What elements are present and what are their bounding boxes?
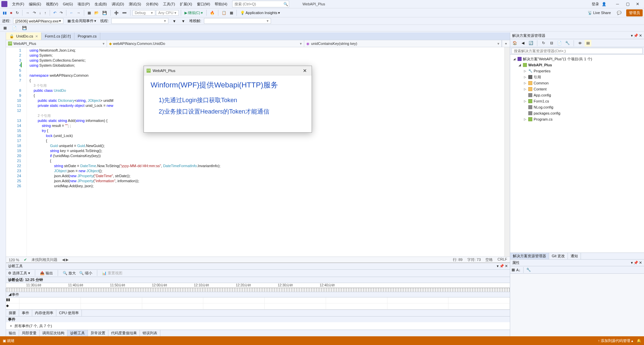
feedback-icon[interactable]: 💬	[615, 10, 623, 16]
insights-button[interactable]: 💡 Application Insights ▾	[239, 10, 281, 16]
bottom-tab[interactable]: 诊断工具	[67, 330, 88, 336]
tool1-button[interactable]: 📋	[220, 10, 228, 16]
nav-arrows[interactable]: ◀ ▶	[62, 258, 68, 262]
tree-arrow-icon[interactable]: ▷	[523, 81, 527, 85]
nav-member[interactable]: ◉ unidContainsKey(string key)▾	[304, 40, 502, 47]
props-dropdown-icon[interactable]: ▾	[631, 261, 633, 265]
solution-tab[interactable]: Git 更改	[549, 253, 568, 259]
config-dropdown[interactable]: Debug▾	[132, 10, 155, 16]
search-icon[interactable]: 🔍	[283, 2, 289, 6]
bottom-tab[interactable]: 调用层次结构	[40, 330, 67, 336]
tree-item[interactable]: ▷▫引用	[510, 74, 644, 80]
tree-arrow-icon[interactable]: ▷	[523, 118, 527, 121]
search-box[interactable]: 🔍	[232, 1, 289, 7]
editor-scrollbar[interactable]	[504, 47, 510, 257]
menu-item[interactable]: 编辑(E)	[27, 1, 43, 8]
zoom-level[interactable]: 120 %	[9, 258, 19, 262]
et1-icon[interactable]: ▦	[2, 25, 8, 31]
maximize-button[interactable]: ▢	[623, 0, 633, 8]
bottom-tab[interactable]: 异常设置	[88, 330, 108, 336]
sol-showall-icon[interactable]: 📄	[556, 40, 563, 47]
filter2-icon[interactable]: ▼	[180, 18, 186, 24]
continue-button[interactable]: ▶ 继续(C) ▾	[183, 9, 204, 16]
tree-item[interactable]: ▷Content	[510, 86, 644, 92]
menu-item[interactable]: 文件(F)	[10, 1, 26, 8]
nav-add-button[interactable]: +	[502, 40, 510, 47]
step-into-button[interactable]: ↓	[38, 10, 43, 16]
zoomin-button[interactable]: 🔍 放大	[63, 271, 76, 276]
menu-item[interactable]: 扩展(X)	[178, 1, 194, 8]
undo-button[interactable]: ↶	[52, 10, 58, 16]
sol-view-icon[interactable]: ▤	[585, 40, 591, 47]
nav-back-button[interactable]: ←	[68, 10, 75, 16]
menu-item[interactable]: 调试(D)	[110, 1, 126, 8]
select-tool-button[interactable]: ⚙ 选择工具 ▾	[8, 271, 30, 276]
editor-tab[interactable]: Form1.cs [设计]	[42, 32, 74, 40]
menu-item[interactable]: 帮助(H)	[213, 1, 229, 8]
tree-arrow-icon[interactable]: ▷	[523, 87, 527, 91]
minimize-button[interactable]: ─	[612, 0, 623, 8]
redo-button[interactable]: ↷	[58, 10, 64, 16]
editor-tab[interactable]: Program.cs	[74, 32, 100, 40]
sol-pin-icon[interactable]: 📌	[634, 33, 638, 38]
login-link[interactable]: 登录	[592, 2, 599, 7]
user-icon[interactable]: 👤	[602, 2, 606, 6]
save-button[interactable]: 💾	[101, 10, 108, 16]
timeline[interactable]: 11:30分钟11:40分钟11:50分钟12:00分钟12:10分钟12:20…	[6, 283, 510, 292]
diag-tab[interactable]: 事件	[19, 310, 32, 316]
reset-view-button[interactable]: 📊 重置视图	[102, 271, 122, 276]
solution-tree[interactable]: ◢解决方案"WebAPI_Plus"(1 个项目/共 1 个)◢WebAPI_P…	[510, 55, 644, 253]
bottom-tab[interactable]: 错误列表	[140, 330, 160, 336]
stack-dropdown[interactable]: ▾	[204, 18, 271, 24]
platform-dropdown[interactable]: Any CPU▾	[156, 10, 179, 16]
menu-item[interactable]: 分析(N)	[144, 1, 160, 8]
nav-class[interactable]: ◆ webAPINancy.Common.UnidDo▾	[107, 40, 305, 47]
search-input[interactable]	[232, 2, 283, 6]
editor-tab[interactable]: 🔒UnidDo.cs✕	[6, 32, 42, 40]
step-over-button[interactable]: ↷	[32, 10, 37, 16]
sol-back-icon[interactable]: ◀	[520, 40, 526, 47]
props-wrench-icon[interactable]: 🔧	[526, 268, 531, 272]
diag-pin-icon[interactable]: 📌	[499, 264, 504, 268]
tree-item[interactable]: ▷Program.cs	[510, 116, 644, 122]
indent-mode[interactable]: 空格	[485, 257, 493, 262]
menu-item[interactable]: Git(G)	[61, 1, 75, 7]
tree-arrow-icon[interactable]: ◢	[512, 57, 516, 61]
props-az-icon[interactable]: A↓	[516, 268, 521, 272]
zoomout-button[interactable]: 🔍 缩小	[79, 271, 92, 276]
bottom-tab[interactable]: 输出	[6, 330, 19, 336]
diag-tab[interactable]: 摘要	[6, 310, 19, 316]
events-track2[interactable]: ◆	[6, 303, 510, 309]
pause-button[interactable]: ▮▮	[1, 10, 8, 16]
tree-item[interactable]: ◢WebAPI_Plus	[510, 62, 644, 68]
tree-item[interactable]: ▷🔧Properties	[510, 68, 644, 74]
new-item-button[interactable]: ▦	[86, 10, 92, 16]
events-track[interactable]: ▮▮	[6, 297, 510, 303]
popup-close-button[interactable]: ✕	[301, 68, 309, 73]
sol-refresh-icon[interactable]: ↻	[540, 40, 547, 47]
tree-arrow-icon[interactable]: ▷	[523, 75, 527, 79]
tree-arrow-icon[interactable]: ◢	[518, 63, 522, 67]
et3-icon[interactable]: 💾	[21, 25, 28, 31]
bottom-tab[interactable]: 局部变量	[19, 330, 40, 336]
lifecycle-button[interactable]: ▦ 生命周期事件 ▾	[66, 17, 98, 24]
add-button[interactable]: ➕	[113, 10, 120, 16]
restart-button[interactable]: ↻	[14, 10, 20, 16]
stop-button[interactable]: ■	[9, 10, 14, 16]
props-close-icon[interactable]: ✕	[639, 261, 642, 265]
tree-item[interactable]: ◢解决方案"WebAPI_Plus"(1 个项目/共 1 个)	[510, 56, 644, 62]
menu-item[interactable]: 工具(T)	[161, 1, 177, 8]
thread-dropdown[interactable]: ▾	[111, 18, 168, 24]
bottom-tab[interactable]: 代码度量值结果	[108, 330, 140, 336]
diag-tab[interactable]: 内存使用率	[32, 310, 56, 316]
git-button[interactable]: ↑ 添加到源代码管理 ▴	[598, 338, 633, 343]
solution-search-input[interactable]	[512, 48, 643, 54]
notifications-icon[interactable]: 🔔	[637, 339, 641, 343]
tree-item[interactable]: packages.config	[510, 110, 644, 116]
events-header[interactable]: ◢事件	[8, 292, 19, 297]
menu-item[interactable]: 项目(P)	[75, 1, 92, 8]
tree-arrow-icon[interactable]: ▷	[523, 99, 527, 103]
sol-dropdown-icon[interactable]: ▾	[631, 33, 633, 38]
diag-tab[interactable]: CPU 使用率	[56, 310, 82, 316]
open-button[interactable]: 📂	[93, 10, 100, 16]
